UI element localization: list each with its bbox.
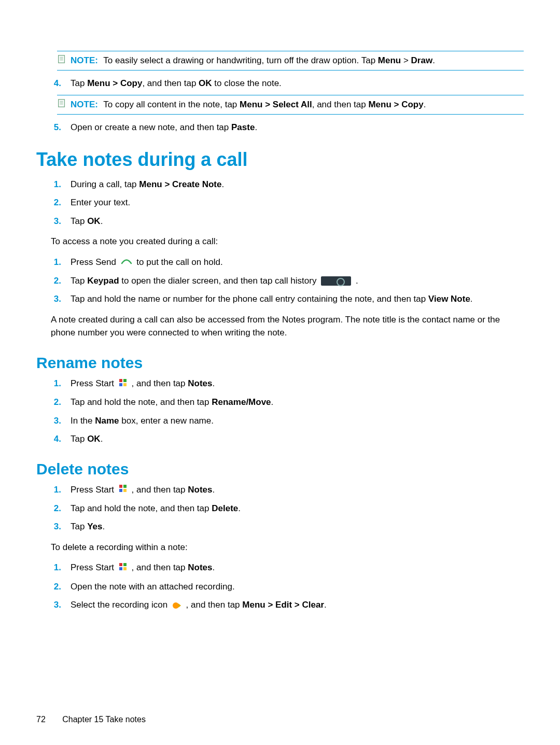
step-text: Press Start , and then tap Notes. xyxy=(71,377,524,390)
svg-marker-21 xyxy=(178,603,181,608)
chapter-label: Chapter 15 Take notes xyxy=(62,715,146,724)
note-icon xyxy=(57,99,66,108)
step-number: 2. xyxy=(51,502,61,515)
heading-delete-notes: Delete notes xyxy=(36,460,524,478)
step-text: Press Start , and then tap Notes. xyxy=(71,483,524,497)
step-text: During a call, tap Menu > Create Note. xyxy=(71,178,524,191)
step-number: 2. xyxy=(51,274,61,288)
svg-rect-15 xyxy=(123,489,127,492)
call-history-icon xyxy=(321,276,351,286)
step-number: 5. xyxy=(51,121,61,134)
list-item: 2. Tap and hold the note, and then tap R… xyxy=(51,396,524,409)
svg-rect-13 xyxy=(123,485,127,488)
svg-rect-12 xyxy=(119,485,122,488)
recording-icon xyxy=(172,601,181,610)
step-number: 1. xyxy=(51,561,61,574)
svg-rect-14 xyxy=(119,489,122,492)
svg-point-20 xyxy=(173,602,179,609)
note-callout-1: NOTE: To easily select a drawing or hand… xyxy=(57,51,524,71)
step-text: Tap and hold the note, and then tap Dele… xyxy=(71,502,524,515)
heading-take-notes-call: Take notes during a call xyxy=(36,149,524,171)
step-text: In the Name box, enter a new name. xyxy=(71,414,524,428)
start-icon xyxy=(119,377,127,391)
svg-rect-4 xyxy=(59,100,65,107)
list-item: 1. Press Start , and then tap Notes. xyxy=(51,377,524,390)
step-text: Tap and hold the note, and then tap Rena… xyxy=(71,396,524,409)
paragraph: To delete a recording within a note: xyxy=(51,541,524,554)
step-number: 1. xyxy=(51,256,61,269)
step-text: Enter your text. xyxy=(71,196,524,209)
list-item: 1. During a call, tap Menu > Create Note… xyxy=(51,178,524,191)
svg-rect-17 xyxy=(123,563,127,566)
list-item: 4. Tap OK. xyxy=(51,432,524,446)
start-icon xyxy=(119,561,127,575)
note-label: NOTE: xyxy=(71,100,101,109)
send-icon xyxy=(121,256,132,269)
step-number: 1. xyxy=(51,377,61,390)
step-number: 3. xyxy=(51,215,61,228)
step-text: Tap Yes. xyxy=(71,520,524,533)
step-number: 3. xyxy=(51,292,61,306)
step-text: Tap OK. xyxy=(71,215,524,228)
svg-rect-10 xyxy=(119,383,122,386)
list-item: 3. Tap OK. xyxy=(51,215,524,228)
step-text: Tap Menu > Copy, and then tap OK to clos… xyxy=(71,77,524,90)
step-number: 3. xyxy=(51,598,61,612)
list-item: 4. Tap Menu > Copy, and then tap OK to c… xyxy=(51,77,524,90)
note-callout-2: NOTE: To copy all content in the note, t… xyxy=(57,95,524,115)
step-text: Open the note with an attached recording… xyxy=(71,580,524,594)
step-text: Press Send to put the call on hold. xyxy=(71,256,524,269)
svg-rect-19 xyxy=(123,567,127,570)
paragraph: To access a note you created during a ca… xyxy=(51,235,524,248)
svg-rect-9 xyxy=(123,379,127,382)
step-text: Press Start , and then tap Notes. xyxy=(71,561,524,574)
step-number: 2. xyxy=(51,196,61,209)
step-text: Open or create a new note, and then tap … xyxy=(71,121,524,134)
svg-rect-18 xyxy=(119,567,122,570)
page-footer: 72 Chapter 15 Take notes xyxy=(36,715,146,724)
list-item: 2. Open the note with an attached record… xyxy=(51,580,524,594)
note-icon xyxy=(57,54,66,64)
page-number: 72 xyxy=(36,715,46,724)
note-text: NOTE: To copy all content in the note, t… xyxy=(71,99,426,111)
list-item: 2. Enter your text. xyxy=(51,196,524,209)
step-number: 1. xyxy=(51,483,61,497)
list-item: 3. Tap Yes. xyxy=(51,520,524,533)
list-item: 2. Tap Keypad to open the dialer screen,… xyxy=(51,274,524,288)
step-number: 4. xyxy=(51,432,61,446)
list-item: 1. Press Send to put the call on hold. xyxy=(51,256,524,269)
svg-rect-11 xyxy=(123,383,127,386)
step-number: 1. xyxy=(51,178,61,191)
svg-rect-8 xyxy=(119,379,122,382)
note-text: NOTE: To easily select a drawing or hand… xyxy=(71,54,435,67)
svg-rect-0 xyxy=(59,55,65,63)
list-item: 1. Press Start , and then tap Notes. xyxy=(51,483,524,497)
step-text: Tap OK. xyxy=(71,432,524,446)
list-item: 3. In the Name box, enter a new name. xyxy=(51,414,524,428)
step-number: 2. xyxy=(51,396,61,409)
svg-rect-16 xyxy=(119,563,122,566)
step-number: 4. xyxy=(51,77,61,90)
list-item: 1. Press Start , and then tap Notes. xyxy=(51,561,524,574)
step-text: Select the recording icon , and then tap… xyxy=(71,598,524,612)
step-text: Tap Keypad to open the dialer screen, an… xyxy=(71,274,524,288)
paragraph: A note created during a call can also be… xyxy=(51,313,524,340)
start-icon xyxy=(119,483,127,497)
heading-rename-notes: Rename notes xyxy=(36,354,524,372)
step-number: 3. xyxy=(51,520,61,533)
note-label: NOTE: xyxy=(71,55,101,65)
step-number: 2. xyxy=(51,580,61,594)
step-text: Tap and hold the name or number for the … xyxy=(71,292,524,306)
list-item: 5. Open or create a new note, and then t… xyxy=(51,121,524,134)
step-number: 3. xyxy=(51,414,61,428)
list-item: 2. Tap and hold the note, and then tap D… xyxy=(51,502,524,515)
page-body: NOTE: To easily select a drawing or hand… xyxy=(0,0,560,638)
list-item: 3. Select the recording icon , and then … xyxy=(51,598,524,612)
list-item: 3. Tap and hold the name or number for t… xyxy=(51,292,524,306)
